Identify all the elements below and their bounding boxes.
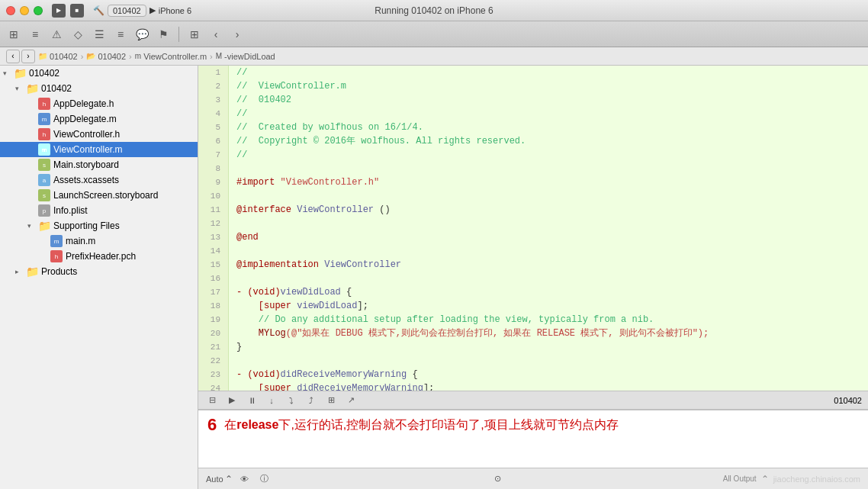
editor-step-out[interactable]: ⤴ — [304, 394, 319, 407]
sidebar-item-label: Main.storyboard — [53, 159, 194, 170]
close-button[interactable] — [6, 6, 15, 15]
bc-project[interactable]: 010402 — [50, 52, 78, 61]
code-line: 8 — [198, 162, 868, 175]
sidebar-item-main.m[interactable]: mmain.m — [0, 233, 198, 249]
minimize-button[interactable] — [20, 6, 29, 15]
sidebar-item-root[interactable]: 📁010402 — [0, 66, 198, 81]
line-number: 22 — [198, 354, 229, 368]
line-number: 14 — [198, 244, 229, 258]
file-icon-folder: 📁 — [26, 82, 38, 95]
code-line: 23- (void)didReceiveMemoryWarning { — [198, 368, 868, 381]
jump-bar[interactable]: ≡ — [26, 25, 44, 43]
output-label[interactable]: All Output — [723, 475, 757, 483]
scheme-selector[interactable]: 🔨 010402 ▶ iPhone 6 — [93, 5, 191, 17]
line-content — [229, 244, 868, 258]
console-footer: Auto ⌃ 👁 ⓘ ⊙ All Output ⌃ jiaocheng.chin… — [198, 468, 868, 489]
code-line: 2// ViewController.m — [198, 79, 868, 93]
code-line: 3// 010402 — [198, 93, 868, 107]
sidebar-item-ViewController.h[interactable]: hViewController.h — [0, 127, 198, 142]
line-number: 3 — [198, 93, 229, 107]
console-eye-icon[interactable]: 👁 — [237, 472, 252, 486]
console-input-btn[interactable]: ⊙ — [490, 472, 505, 486]
tree-arrow — [27, 222, 38, 230]
code-line: 22 — [198, 354, 868, 368]
fullscreen-button[interactable] — [34, 6, 43, 15]
sidebar-item-label: ViewController.h — [53, 129, 194, 140]
line-content: - (void)viewDidLoad { — [229, 285, 868, 299]
sidebar-item-ViewController.m[interactable]: mViewController.m — [0, 142, 198, 157]
sidebar-item-Info.plist[interactable]: pInfo.plist — [0, 203, 198, 218]
code-line: 5// Created by wolfhous on 16/1/4. — [198, 121, 868, 134]
breadcrumb-forward[interactable]: › — [21, 50, 35, 63]
editor-run-icon[interactable]: ▶ — [224, 394, 240, 407]
code-line: 13@end — [198, 230, 868, 244]
editor-bottom-bar: ⊟ ▶ ⏸ ↓ ⤵ ⤴ ⊞ ↗ 010402 — [198, 391, 868, 409]
line-content — [229, 272, 868, 285]
file-icon-xcassets: a — [38, 174, 50, 186]
console-area: 6 在release下,运行的话,控制台就不会打印语句了,项目上线就可节约点内存… — [198, 409, 868, 489]
main-content: 📁010402📁010402hAppDelegate.hmAppDelegate… — [0, 66, 868, 489]
sidebar-item-label: 010402 — [29, 68, 194, 79]
sidebar-item-AppDelegate.m[interactable]: mAppDelegate.m — [0, 111, 198, 127]
sidebar-item-label: Supporting Files — [53, 220, 194, 231]
bc-group[interactable]: 010402 — [98, 52, 126, 61]
line-content: - (void)didReceiveMemoryWarning { — [229, 368, 868, 381]
nav-forward[interactable]: › — [228, 25, 246, 43]
sidebar-toggle[interactable]: ⊞ — [5, 25, 23, 43]
sidebar-item-label: AppDelegate.h — [53, 98, 194, 109]
editor-warning-icon[interactable]: ⊟ — [204, 394, 220, 407]
file-icon-h: h — [38, 128, 50, 140]
line-number: 17 — [198, 285, 229, 299]
bc-method[interactable]: -viewDidLoad — [224, 52, 275, 61]
find-btn[interactable]: ≡ — [111, 25, 130, 43]
sidebar-item-Main.storyboard[interactable]: sMain.storyboard — [0, 157, 198, 172]
sidebar-item-PrefixHeader.pch[interactable]: hPrefixHeader.pch — [0, 249, 198, 264]
line-number: 24 — [198, 381, 229, 391]
sidebar-item-group-010402[interactable]: 📁010402 — [0, 81, 198, 96]
editor-project-label: 010402 — [834, 396, 862, 405]
breakpoint-btn[interactable]: ◇ — [69, 25, 87, 43]
auto-selector[interactable]: Auto ⌃ — [206, 474, 233, 484]
line-number: 7 — [198, 148, 229, 162]
breadcrumb-back[interactable]: ‹ — [6, 50, 20, 63]
editor-pause-icon[interactable]: ⏸ — [244, 394, 259, 407]
warning-btn[interactable]: ⚠ — [47, 25, 66, 43]
editor-share[interactable]: ↗ — [343, 394, 358, 407]
bc-file[interactable]: ViewController.m — [143, 52, 207, 61]
line-number: 1 — [198, 66, 229, 79]
code-line: 19 // Do any additional setup after load… — [198, 313, 868, 327]
sidebar-item-Supporting Files[interactable]: 📁Supporting Files — [0, 218, 198, 233]
console-content: 6 在release下,运行的话,控制台就不会打印语句了,项目上线就可节约点内存 — [198, 410, 868, 468]
code-editor[interactable]: 1//2// ViewController.m3// 0104024//5// … — [198, 66, 868, 391]
comment-btn[interactable]: 💬 — [133, 25, 151, 43]
editor-step-into[interactable]: ⤵ — [284, 394, 299, 407]
bookmark-btn[interactable]: ☰ — [90, 25, 108, 43]
editor-step-over[interactable]: ↓ — [264, 394, 279, 407]
scheme-separator: ▶ — [149, 5, 156, 15]
code-line: 24 [super didReceiveMemoryWarning]; — [198, 381, 868, 391]
nav-back[interactable]: ‹ — [207, 25, 225, 43]
console-info-icon[interactable]: ⓘ — [257, 472, 272, 486]
line-content: // ViewController.m — [229, 79, 868, 93]
auto-chevron-icon: ⌃ — [225, 474, 233, 484]
auto-label: Auto — [206, 475, 223, 484]
line-content: [super didReceiveMemoryWarning]; — [229, 381, 868, 391]
line-content — [229, 189, 868, 203]
sidebar-item-AppDelegate.h[interactable]: hAppDelegate.h — [0, 96, 198, 111]
sidebar-item-label: PrefixHeader.pch — [66, 251, 194, 262]
grid-view-btn[interactable]: ⊞ — [185, 25, 204, 43]
code-line: 21} — [198, 340, 868, 354]
line-number: 8 — [198, 162, 229, 175]
sidebar-item-Products[interactable]: 📁Products — [0, 264, 198, 279]
project-icon: 📁 — [38, 52, 47, 60]
console-message: 在release下,运行的话,控制台就不会打印语句了,项目上线就可节约点内存 — [224, 417, 619, 433]
sidebar-item-LaunchScreen.storyboard[interactable]: sLaunchScreen.storyboard — [0, 188, 198, 203]
line-content: // — [229, 107, 868, 121]
editor-area: 1//2// ViewController.m3// 0104024//5// … — [198, 66, 868, 489]
stop-button[interactable] — [70, 4, 84, 18]
editor-view-toggle[interactable]: ⊞ — [323, 394, 339, 407]
sidebar-item-label: Assets.xcassets — [53, 175, 194, 185]
run-button[interactable] — [52, 4, 66, 18]
flag-btn[interactable]: ⚑ — [154, 25, 172, 43]
sidebar-item-Assets.xcassets[interactable]: aAssets.xcassets — [0, 172, 198, 188]
